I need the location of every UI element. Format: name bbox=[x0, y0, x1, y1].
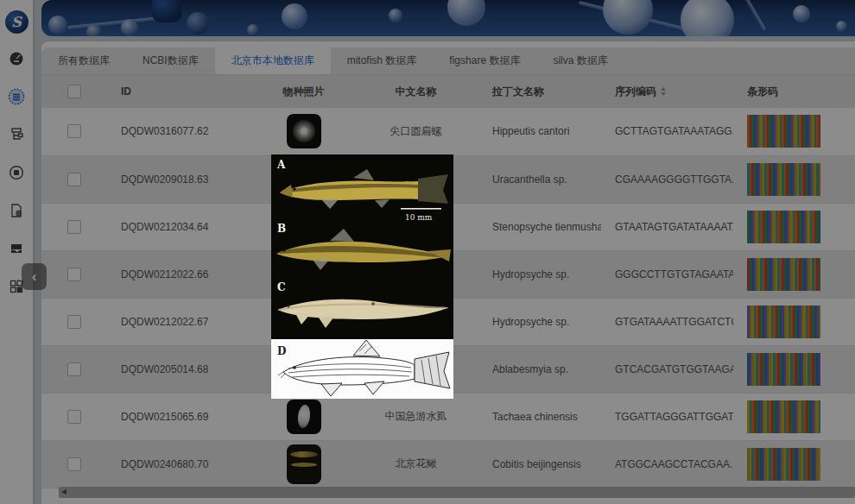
app-root: S ‹ bbox=[0, 0, 855, 504]
image-preview[interactable]: A 10 mm B C bbox=[271, 154, 453, 399]
scale-label: 10 mm bbox=[405, 213, 433, 222]
panel-b-label: B bbox=[277, 223, 286, 235]
panel-c-label: C bbox=[277, 281, 286, 293]
panel-a-label: A bbox=[276, 159, 286, 171]
scale-bar bbox=[401, 208, 441, 210]
panel-d-label: D bbox=[277, 345, 286, 357]
specimen-figure: A 10 mm B C bbox=[271, 154, 453, 399]
